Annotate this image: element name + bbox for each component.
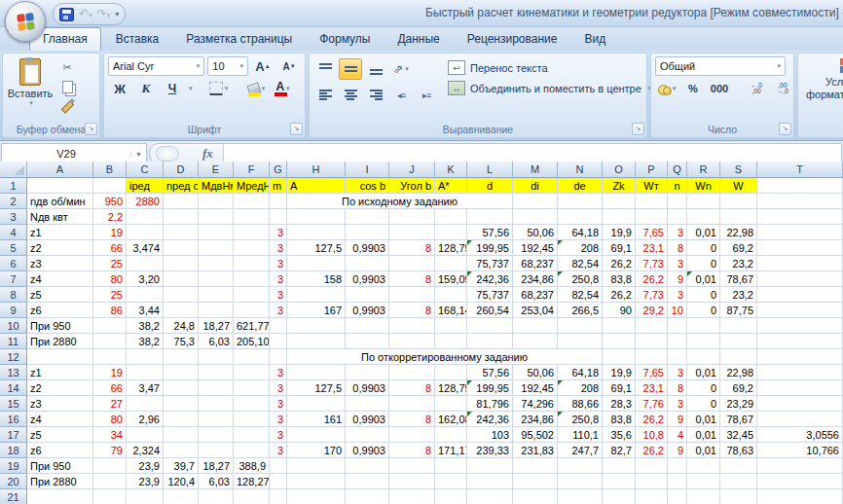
row-header-20[interactable]: 20 bbox=[0, 474, 27, 489]
cell-K1[interactable]: A* bbox=[435, 178, 467, 194]
cell-S19[interactable] bbox=[720, 458, 757, 474]
cell-N21[interactable] bbox=[558, 489, 603, 504]
cell-I1[interactable]: cos b bbox=[346, 178, 389, 194]
cell-C18[interactable]: 2,324 bbox=[127, 443, 164, 458]
cell-P9[interactable]: 29,2 bbox=[636, 303, 668, 318]
cell-S5[interactable]: 69,2 bbox=[720, 240, 757, 256]
cell-N18[interactable]: 247,7 bbox=[558, 443, 603, 458]
cell-L8[interactable]: 75,737 bbox=[467, 287, 513, 303]
cell-K3[interactable] bbox=[435, 209, 467, 225]
cell-M17[interactable]: 95,502 bbox=[513, 427, 558, 443]
cell-T21[interactable] bbox=[757, 489, 843, 504]
cell-O6[interactable]: 26,2 bbox=[603, 256, 636, 271]
cell-S2[interactable] bbox=[720, 194, 757, 209]
column-header-T[interactable]: T bbox=[757, 162, 843, 178]
row-header-7[interactable]: 7 bbox=[0, 271, 27, 287]
cell-F9[interactable] bbox=[234, 303, 270, 318]
row-header-6[interactable]: 6 bbox=[0, 256, 27, 271]
cell-K5[interactable]: 128,75 bbox=[435, 240, 467, 256]
cell-P15[interactable]: 7,76 bbox=[636, 396, 668, 412]
row-header-5[interactable]: 5 bbox=[0, 240, 27, 256]
cell-D6[interactable] bbox=[164, 256, 199, 271]
cell-L1[interactable]: d bbox=[467, 178, 513, 194]
cell-A2[interactable]: nдв об/мин bbox=[27, 194, 93, 209]
cell-D11[interactable]: 75,3 bbox=[164, 334, 199, 349]
cell-I8[interactable] bbox=[346, 287, 389, 303]
cell-J4[interactable] bbox=[389, 225, 435, 240]
cell-G15[interactable]: 3 bbox=[270, 396, 287, 412]
row-header-10[interactable]: 10 bbox=[0, 318, 27, 334]
cell-C20[interactable]: 23,9 bbox=[127, 474, 164, 489]
cell-G3[interactable] bbox=[270, 209, 287, 225]
cell-I20[interactable] bbox=[346, 474, 389, 489]
alignment-dialog-launcher[interactable]: ↘ bbox=[632, 123, 644, 135]
cell-B9[interactable]: 86 bbox=[93, 303, 127, 318]
cell-B13[interactable]: 19 bbox=[93, 365, 127, 380]
cell-E1[interactable]: МдвНм bbox=[199, 178, 234, 194]
cell-K20[interactable] bbox=[435, 474, 467, 489]
cell-C19[interactable]: 23,9 bbox=[127, 458, 164, 474]
cell-N14[interactable]: 208 bbox=[558, 380, 603, 396]
cell-Q7[interactable]: 9 bbox=[668, 271, 687, 287]
cell-T14[interactable] bbox=[757, 380, 843, 396]
cell-M8[interactable]: 68,237 bbox=[513, 287, 558, 303]
cell-M21[interactable] bbox=[513, 489, 558, 504]
cell-D21[interactable] bbox=[164, 489, 199, 504]
cell-P2[interactable] bbox=[636, 194, 668, 209]
cell-F5[interactable] bbox=[234, 240, 270, 256]
cell-D17[interactable] bbox=[164, 427, 199, 443]
cell-F16[interactable] bbox=[234, 412, 270, 427]
cell-J1[interactable]: Угол b bbox=[389, 178, 435, 194]
column-header-S[interactable]: S bbox=[720, 162, 757, 178]
cell-D18[interactable] bbox=[164, 443, 199, 458]
cell-Q13[interactable]: 3 bbox=[668, 365, 687, 380]
cell-J11[interactable] bbox=[389, 334, 435, 349]
cell-B15[interactable]: 27 bbox=[93, 396, 127, 412]
cell-D20[interactable]: 120,4 bbox=[164, 474, 199, 489]
align-right-button[interactable] bbox=[364, 85, 387, 106]
cell-Q1[interactable]: n bbox=[668, 178, 687, 194]
cell-B10[interactable] bbox=[93, 318, 127, 334]
cell-L11[interactable] bbox=[467, 334, 513, 349]
cell-A18[interactable]: z6 bbox=[27, 443, 93, 458]
cell-K15[interactable] bbox=[435, 396, 467, 412]
cell-J19[interactable] bbox=[389, 458, 435, 474]
cell-N16[interactable]: 250,8 bbox=[558, 412, 603, 427]
cell-D2[interactable] bbox=[164, 194, 199, 209]
column-header-H[interactable]: H bbox=[287, 162, 346, 178]
cell-M19[interactable] bbox=[513, 458, 558, 474]
font-dialog-launcher[interactable]: ↘ bbox=[290, 123, 303, 135]
cell-E13[interactable] bbox=[199, 365, 234, 380]
cell-L19[interactable] bbox=[467, 458, 513, 474]
wrap-text-button[interactable]: Перенос текста bbox=[448, 60, 651, 75]
cell-L18[interactable]: 239,33 bbox=[467, 443, 513, 458]
cell-J13[interactable] bbox=[389, 365, 435, 380]
cell-K9[interactable]: 168,14 bbox=[435, 303, 467, 318]
row-header-18[interactable]: 18 bbox=[0, 443, 27, 458]
cell-O9[interactable]: 90 bbox=[603, 303, 636, 318]
cell-R21[interactable] bbox=[687, 489, 720, 504]
cell-P12[interactable] bbox=[636, 349, 668, 365]
cell-S14[interactable]: 69,2 bbox=[720, 380, 757, 396]
cell-Q5[interactable]: 8 bbox=[668, 240, 687, 256]
cell-E7[interactable] bbox=[199, 271, 234, 287]
cell-F4[interactable] bbox=[234, 225, 270, 240]
cell-Q4[interactable]: 3 bbox=[668, 225, 687, 240]
cell-J21[interactable] bbox=[389, 489, 435, 504]
cell-S15[interactable]: 23,29 bbox=[720, 396, 757, 412]
column-header-F[interactable]: F bbox=[234, 162, 270, 178]
underline-dropdown-arrow[interactable]: ▾ bbox=[189, 85, 193, 92]
cell-B18[interactable]: 79 bbox=[93, 443, 127, 458]
cell-M20[interactable] bbox=[513, 474, 558, 489]
cell-R2[interactable] bbox=[687, 194, 720, 209]
cell-N15[interactable]: 88,66 bbox=[558, 396, 603, 412]
cell-L6[interactable]: 75,737 bbox=[467, 256, 513, 271]
cell-E19[interactable]: 18,27 bbox=[199, 458, 234, 474]
cell-C13[interactable] bbox=[127, 365, 164, 380]
cell-T4[interactable] bbox=[757, 225, 843, 240]
cell-G18[interactable]: 3 bbox=[270, 443, 287, 458]
cell-R3[interactable] bbox=[687, 209, 720, 225]
undo-button[interactable]: ↶▾ bbox=[79, 7, 92, 22]
cell-O1[interactable]: Zk bbox=[603, 178, 636, 194]
cell-E21[interactable] bbox=[199, 489, 234, 504]
